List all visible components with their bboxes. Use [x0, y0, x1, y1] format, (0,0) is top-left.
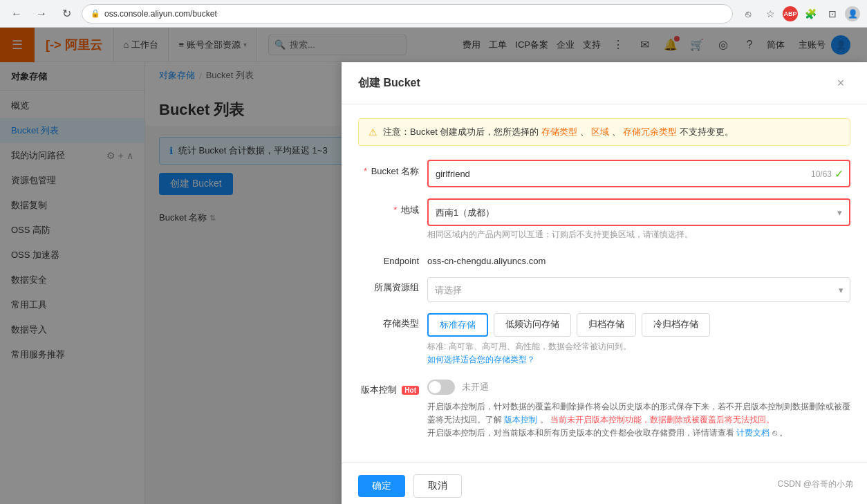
- create-bucket-modal: 创建 Bucket × ⚠ 注意：Bucket 创建成功后，您所选择的 存储类型…: [342, 62, 867, 504]
- storage-type-link[interactable]: 如何选择适合您的存储类型？: [427, 354, 850, 366]
- form-row-storage-type: 存储类型 标准存储 低频访问存储 归档存储 冷归档存储 标准: 高可靠、高可用、…: [358, 313, 850, 377]
- warning-icon: ⚠: [369, 127, 377, 138]
- bucket-name-input[interactable]: [429, 161, 849, 186]
- back-button[interactable]: ←: [7, 4, 26, 24]
- browser-actions: ⎋ ☆ ABP 🧩 ⊡ 👤: [738, 4, 860, 24]
- confirm-button[interactable]: 确定: [358, 475, 405, 497]
- modal-body: ⚠ 注意：Bucket 创建成功后，您所选择的 存储类型 、 区域 、 存储冗余…: [342, 104, 867, 463]
- warning-banner: ⚠ 注意：Bucket 创建成功后，您所选择的 存储类型 、 区域 、 存储冗余…: [358, 118, 850, 146]
- version-warning-text: 当前未开启版本控制功能，数据删除或被覆盖后将无法找回。: [550, 415, 774, 424]
- region-label: * 地域: [358, 198, 427, 216]
- counter-text: 10/63: [811, 169, 832, 178]
- abp-icon: ABP: [783, 6, 798, 21]
- storage-type-wrapper: 标准存储 低频访问存储 归档存储 冷归档存储 标准: 高可靠、高可用、高性能，数…: [427, 313, 850, 377]
- version-control-toggle[interactable]: [427, 380, 455, 395]
- extension-button[interactable]: 🧩: [801, 4, 820, 24]
- input-counter: 10/63 ✓: [811, 167, 843, 180]
- modal-header: 创建 Bucket ×: [342, 62, 867, 104]
- bucket-name-label: * Bucket 名称: [358, 160, 427, 178]
- storage-option-standard[interactable]: 标准存储: [427, 313, 488, 337]
- bookmark-button[interactable]: ☆: [761, 4, 780, 24]
- address-bar[interactable]: 🔒 oss.console.aliyun.com/bucket: [82, 4, 733, 24]
- storage-option-archive[interactable]: 归档存储: [577, 313, 636, 337]
- modal-close-button[interactable]: ×: [831, 73, 850, 93]
- resource-group-label: 所属资源组: [358, 277, 427, 294]
- billing-doc-link[interactable]: 计费文档: [736, 428, 770, 438]
- required-star-region: *: [393, 205, 397, 215]
- resource-group-select[interactable]: 请选择: [427, 277, 850, 302]
- toggle-status: 未开通: [462, 381, 489, 393]
- cancel-button[interactable]: 取消: [413, 474, 462, 498]
- region-select-wrapper: 西南1（成都） ▾: [427, 198, 850, 226]
- form-row-version-control: 版本控制 Hot 未开通 开启版本控制后，针对数据的覆盖和删除操作将会以历史版本…: [358, 380, 850, 440]
- warning-link-region[interactable]: 区域: [591, 127, 609, 137]
- toggle-row: 未开通: [427, 380, 850, 395]
- form-row-resource-group: 所属资源组 请选择 ▾: [358, 277, 850, 302]
- version-control-area: 未开通 开启版本控制后，针对数据的覆盖和删除操作将会以历史版本的形式保存下来，若…: [427, 380, 850, 440]
- warning-text: 注意：Bucket 创建成功后，您所选择的 存储类型 、 区域 、 存储冗余类型…: [383, 126, 734, 138]
- storage-option-cold-archive[interactable]: 冷归档存储: [642, 313, 710, 337]
- bucket-name-input-wrapper: 10/63 ✓: [427, 160, 850, 187]
- valid-check-icon: ✓: [835, 167, 843, 180]
- bucket-name-wrapper: 10/63 ✓: [427, 160, 850, 187]
- required-star-name: *: [364, 166, 367, 176]
- version-control-label: 版本控制 Hot: [358, 380, 427, 396]
- form-row-endpoint: Endpoint oss-cn-chengdu.aliyuncs.com: [358, 252, 850, 266]
- resource-group-wrapper: 请选择 ▾: [427, 277, 850, 302]
- hot-badge: Hot: [402, 386, 419, 395]
- storage-type-options: 标准存储 低频访问存储 归档存储 冷归档存储: [427, 313, 850, 337]
- share-button[interactable]: ⎋: [738, 4, 758, 24]
- region-select[interactable]: 西南1（成都）: [429, 200, 849, 225]
- storage-hint: 标准: 高可靠、高可用、高性能，数据会经常被访问到。: [427, 341, 850, 353]
- endpoint-value: oss-cn-chengdu.aliyuncs.com: [427, 252, 850, 266]
- user-avatar-browser[interactable]: 👤: [845, 6, 860, 21]
- storage-option-ia[interactable]: 低频访问存储: [494, 313, 571, 337]
- split-button[interactable]: ⊡: [823, 4, 842, 24]
- forward-button[interactable]: →: [32, 4, 51, 24]
- url-text: oss.console.aliyun.com/bucket: [104, 9, 217, 19]
- warning-link-storage-type[interactable]: 存储类型: [541, 127, 577, 137]
- modal-title: 创建 Bucket: [358, 76, 420, 91]
- form-row-bucket-name: * Bucket 名称 10/63 ✓: [358, 160, 850, 187]
- csdn-watermark: CSDN @谷哥的小弟: [777, 478, 853, 490]
- region-wrapper: 西南1（成都） ▾ 相同区域内的产品内网可以互通；订购后不支持更换区域，请谨慎选…: [427, 198, 850, 241]
- lock-icon: 🔒: [91, 9, 100, 18]
- browser-chrome: ← → ↻ 🔒 oss.console.aliyun.com/bucket ⎋ …: [0, 0, 867, 28]
- endpoint-label: Endpoint: [358, 252, 427, 266]
- refresh-button[interactable]: ↻: [57, 4, 76, 24]
- version-desc: 开启版本控制后，针对数据的覆盖和删除操作将会以历史版本的形式保存下来，若不开启版…: [427, 400, 850, 440]
- version-control-link[interactable]: 版本控制: [504, 415, 537, 424]
- storage-type-label: 存储类型: [358, 313, 427, 330]
- warning-link-redundancy[interactable]: 存储冗余类型: [623, 127, 677, 137]
- region-hint: 相同区域内的产品内网可以互通；订购后不支持更换区域，请谨慎选择。: [427, 229, 850, 241]
- form-row-region: * 地域 西南1（成都） ▾ 相同区域内的产品内网可以互通；订购后不支持更换区域…: [358, 198, 850, 241]
